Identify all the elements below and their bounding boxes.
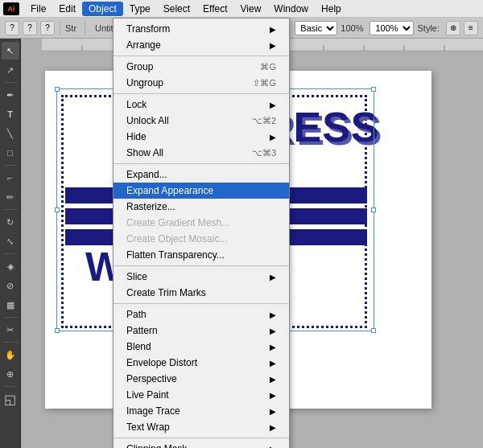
menu-item-transform[interactable]: Transform ▶	[114, 21, 289, 37]
tool-direct-selection[interactable]: ↗	[2, 61, 19, 79]
submenu-arrow: ▶	[270, 445, 276, 449]
handle-ml[interactable]	[55, 208, 60, 212]
divider-1	[114, 55, 289, 56]
opacity-select[interactable]: 100%	[369, 21, 414, 35]
tool-rect[interactable]: □	[2, 144, 19, 162]
handle-tr[interactable]	[371, 87, 376, 92]
menu-item-flatten[interactable]: Flatten Transparency...	[114, 247, 289, 263]
menu-view[interactable]: View	[234, 2, 268, 16]
submenu-arrow: ▶	[270, 133, 276, 142]
tool-pen[interactable]: ✒	[2, 86, 19, 104]
menu-item-expand[interactable]: Expand...	[114, 166, 289, 183]
basic-select[interactable]: Basic	[295, 21, 337, 35]
menu-type[interactable]: Type	[123, 2, 157, 16]
menu-item-unlock-all[interactable]: Unlock All ⌥⌘2	[114, 113, 289, 129]
tool-blend[interactable]: ◈	[2, 257, 19, 275]
tool-sep-5	[3, 317, 18, 318]
tool-brush[interactable]: ⌐	[2, 169, 19, 187]
object-menu-dropdown[interactable]: Transform ▶ Arrange ▶ Group ⌘G Ungroup ⇧…	[113, 18, 290, 448]
divider-4	[114, 265, 289, 266]
submenu-arrow: ▶	[270, 25, 276, 34]
menu-item-hide[interactable]: Hide ▶	[114, 129, 289, 145]
tool-line[interactable]: ╲	[2, 125, 19, 142]
menu-item-slice[interactable]: Slice ▶	[114, 269, 289, 285]
fill-stroke[interactable]: ◱	[2, 390, 19, 408]
tool-gradient[interactable]: ▦	[2, 296, 19, 314]
menu-item-trim-marks[interactable]: Create Trim Marks	[114, 285, 289, 301]
menu-item-path[interactable]: Path ▶	[114, 306, 289, 323]
menu-object[interactable]: Object	[82, 2, 123, 16]
submenu-arrow: ▶	[270, 359, 276, 368]
menu-item-arrange[interactable]: Arrange ▶	[114, 37, 289, 53]
menu-item-show-all[interactable]: Show All ⌥⌘3	[114, 145, 289, 161]
menu-item-text-wrap[interactable]: Text Wrap ▶	[114, 419, 289, 435]
handle-tl[interactable]	[55, 87, 60, 92]
app-logo: Ai	[3, 2, 19, 15]
menu-item-expand-appearance[interactable]: Expand Appearance	[114, 183, 289, 199]
menu-item-image-trace[interactable]: Image Trace ▶	[114, 403, 289, 419]
tool-sep-2	[3, 165, 18, 166]
divider-2	[114, 93, 289, 94]
submenu-arrow: ▶	[270, 375, 276, 384]
tool-sep-6	[3, 342, 18, 343]
menu-item-ungroup[interactable]: Ungroup ⇧⌘G	[114, 75, 289, 91]
arrange-btn[interactable]: ≡	[464, 21, 478, 35]
menu-item-clipping-mask[interactable]: Clipping Mask ▶	[114, 441, 289, 448]
submenu-arrow: ▶	[270, 101, 276, 109]
handle-bl[interactable]	[55, 328, 60, 333]
menu-item-pattern[interactable]: Pattern ▶	[114, 323, 289, 339]
tool-rotate[interactable]: ↻	[2, 213, 19, 231]
divider-5	[114, 303, 289, 304]
submenu-arrow: ▶	[270, 391, 276, 400]
toolbar-btn-q1[interactable]: ?	[5, 21, 19, 35]
submenu-arrow: ▶	[270, 310, 276, 319]
handle-br[interactable]	[371, 328, 376, 333]
tool-sep-7	[3, 386, 18, 387]
submenu-arrow: ▶	[270, 327, 276, 335]
tool-eyedropper[interactable]: ⊘	[2, 277, 19, 294]
tool-scale[interactable]: ⤡	[2, 232, 19, 250]
tool-type[interactable]: T	[2, 105, 19, 123]
tool-sep-3	[3, 209, 18, 210]
toolbar-btn-q3[interactable]: ?	[40, 21, 55, 35]
tool-selection[interactable]: ↖	[2, 42, 19, 60]
menu-item-live-paint[interactable]: Live Paint ▶	[114, 387, 289, 403]
tool-sep-1	[3, 82, 18, 83]
tool-zoom[interactable]: ⊕	[2, 365, 19, 383]
menu-file[interactable]: File	[24, 2, 52, 16]
submenu-arrow: ▶	[270, 423, 276, 432]
style-btn[interactable]: ⊕	[446, 21, 460, 35]
menu-item-envelope[interactable]: Envelope Distort ▶	[114, 355, 289, 371]
menu-item-lock[interactable]: Lock ▶	[114, 97, 289, 113]
tool-pencil[interactable]: ✏	[2, 188, 19, 206]
toolbar-sep-1	[60, 21, 60, 35]
tools-panel: ↖ ↗ ✒ T ╲ □ ⌐ ✏ ↻ ⤡ ◈ ⊘ ▦ ✂ ✋ ⊕ ◱	[0, 39, 21, 448]
handle-mr[interactable]	[371, 208, 376, 212]
menu-bar: Ai File Edit Object Type Select Effect V…	[0, 0, 483, 18]
menu-select[interactable]: Select	[157, 2, 196, 16]
menu-item-perspective[interactable]: Perspective ▶	[114, 371, 289, 387]
menu-help[interactable]: Help	[315, 2, 348, 16]
menu-effect[interactable]: Effect	[196, 2, 233, 16]
toolbar-btn-q2[interactable]: ?	[23, 21, 37, 35]
divider-3	[114, 163, 289, 164]
menu-item-group[interactable]: Group ⌘G	[114, 59, 289, 75]
menu-item-blend[interactable]: Blend ▶	[114, 339, 289, 355]
toolbar-str-label: Str	[65, 23, 76, 33]
submenu-arrow: ▶	[270, 273, 276, 282]
tool-hand[interactable]: ✋	[2, 346, 19, 364]
toolbar-sep-2	[85, 21, 85, 35]
style-label: Style:	[417, 23, 440, 33]
opacity-value: 100%	[341, 23, 363, 33]
submenu-arrow: ▶	[270, 41, 276, 50]
menu-item-rasterize[interactable]: Rasterize...	[114, 199, 289, 215]
menu-edit[interactable]: Edit	[52, 2, 82, 16]
menu-item-gradient-mesh: Create Gradient Mesh...	[114, 215, 289, 231]
submenu-arrow: ▶	[270, 343, 276, 351]
submenu-arrow: ▶	[270, 407, 276, 416]
menu-window[interactable]: Window	[267, 2, 315, 16]
tool-scissors[interactable]: ✂	[2, 321, 19, 339]
divider-6	[114, 438, 289, 438]
menu-item-object-mosaic: Create Object Mosaic...	[114, 231, 289, 247]
tool-sep-4	[3, 253, 18, 254]
